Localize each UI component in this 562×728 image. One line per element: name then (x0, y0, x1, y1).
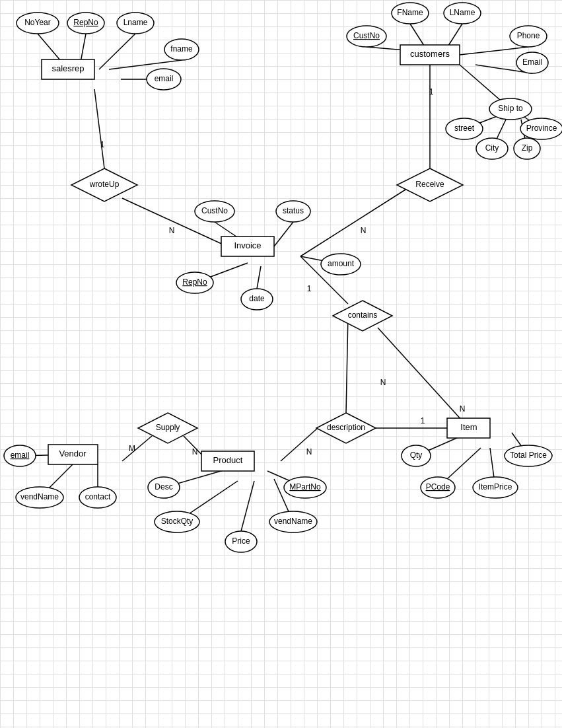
svg-text:RepNo: RepNo (182, 277, 207, 287)
svg-text:Qty: Qty (410, 451, 423, 460)
attr-phone: Phone (510, 26, 547, 47)
entity-customers: customers (400, 45, 460, 65)
svg-text:contact: contact (85, 492, 111, 501)
svg-text:Zip: Zip (522, 143, 533, 153)
svg-text:description: description (327, 423, 365, 432)
svg-text:salesrep: salesrep (52, 63, 84, 73)
attr-email-sales: email (147, 69, 181, 90)
er-diagram-svg: 1 N 1 N 1 N 1 N M N salesrep (0, 0, 562, 728)
svg-text:status: status (283, 206, 304, 215)
svg-text:1: 1 (100, 140, 105, 149)
svg-line-41 (122, 436, 152, 461)
svg-line-39 (281, 428, 318, 461)
svg-text:Vendor: Vendor (59, 449, 87, 458)
entity-invoice: Invoice (221, 237, 274, 256)
svg-text:Lname: Lname (123, 18, 148, 27)
svg-line-24 (274, 222, 293, 246)
svg-text:N: N (460, 404, 466, 414)
svg-text:Product: Product (213, 455, 243, 465)
attr-fname-cust: FName (392, 3, 429, 24)
svg-text:N: N (306, 447, 312, 456)
svg-line-27 (257, 266, 261, 289)
attr-lname-cust: LName (444, 3, 481, 24)
svg-text:MPartNo: MPartNo (289, 482, 321, 491)
svg-text:fname: fname (170, 44, 193, 54)
svg-line-36 (346, 316, 348, 413)
attr-custno-inv: CustNo (195, 201, 234, 222)
attr-status: status (276, 201, 310, 222)
attr-vendname-prod: vendName (269, 511, 317, 532)
attr-mpartno: MPartNo (284, 477, 326, 498)
svg-text:Email: Email (522, 57, 542, 67)
attr-price: Price (225, 531, 257, 552)
svg-text:Total Price: Total Price (510, 451, 547, 460)
svg-text:N: N (361, 226, 367, 235)
relationship-wroteup: wroteUp (71, 168, 137, 201)
svg-line-7 (460, 47, 528, 55)
svg-text:Desc: Desc (155, 482, 172, 491)
svg-text:FName: FName (397, 8, 423, 17)
svg-text:NoYear: NoYear (24, 18, 51, 27)
attr-zip: Zip (514, 138, 540, 159)
attr-contact: contact (79, 487, 116, 508)
svg-text:1: 1 (307, 284, 312, 293)
svg-text:RepNo: RepNo (73, 18, 98, 27)
svg-text:LName: LName (450, 8, 475, 17)
svg-text:email: email (11, 451, 30, 460)
relationship-supply: Supply (138, 413, 197, 443)
attr-repno-sales: RepNo (67, 13, 104, 34)
relationship-contains: contains (333, 301, 392, 331)
svg-text:N: N (169, 226, 175, 235)
svg-text:CustNo: CustNo (353, 31, 380, 40)
entity-salesrep: salesrep (42, 59, 94, 79)
entity-product: Product (201, 451, 254, 471)
attr-province: Province (520, 118, 562, 139)
svg-text:Price: Price (232, 536, 250, 546)
svg-line-50 (241, 481, 254, 531)
relationship-receive: Receive (397, 168, 463, 201)
svg-text:City: City (485, 143, 499, 153)
svg-text:Supply: Supply (156, 423, 180, 432)
attr-email-vendor: email (4, 445, 36, 466)
attr-lname: Lname (117, 13, 154, 34)
entity-item: Item (447, 418, 490, 438)
attr-date: date (241, 289, 273, 310)
attr-shipto: Ship to (489, 98, 532, 120)
attr-repno-inv: RepNo (176, 272, 213, 293)
attr-email-cust: Email (516, 52, 548, 73)
attr-pcode: PCode (421, 477, 455, 498)
svg-line-15 (94, 89, 104, 168)
svg-text:vendName: vendName (274, 517, 312, 526)
svg-line-31 (378, 328, 469, 428)
svg-text:M: M (129, 444, 135, 453)
svg-text:1: 1 (429, 87, 434, 96)
svg-text:PCode: PCode (426, 482, 450, 491)
svg-line-18 (300, 185, 413, 256)
svg-text:Phone: Phone (517, 31, 540, 40)
attr-qty: Qty (402, 445, 431, 466)
attr-noyear: NoYear (17, 13, 59, 34)
svg-text:email: email (155, 74, 174, 83)
svg-text:N: N (192, 447, 198, 456)
attr-stockqty: StockQty (155, 511, 199, 532)
svg-text:Item: Item (460, 422, 477, 432)
svg-text:ItemPrice: ItemPrice (479, 482, 512, 491)
svg-text:wroteUp: wroteUp (89, 180, 120, 189)
svg-text:contains: contains (348, 310, 378, 320)
svg-text:vendName: vendName (20, 492, 59, 501)
svg-text:Receive: Receive (415, 180, 444, 189)
svg-text:date: date (249, 294, 265, 303)
attr-city: City (476, 138, 508, 159)
svg-text:CustNo: CustNo (201, 206, 228, 215)
svg-text:street: street (454, 124, 475, 133)
attr-desc: Desc (148, 477, 180, 498)
attr-totalprice: Total Price (505, 445, 552, 466)
svg-text:1: 1 (421, 416, 425, 425)
svg-line-3 (109, 60, 182, 69)
attr-amount: amount (321, 254, 361, 275)
attr-street: street (446, 118, 483, 139)
svg-text:StockQty: StockQty (161, 517, 193, 526)
attr-vendname-vendor: vendName (16, 487, 63, 508)
attr-fname-sales: fname (164, 39, 199, 60)
attr-itemprice: ItemPrice (473, 477, 518, 498)
